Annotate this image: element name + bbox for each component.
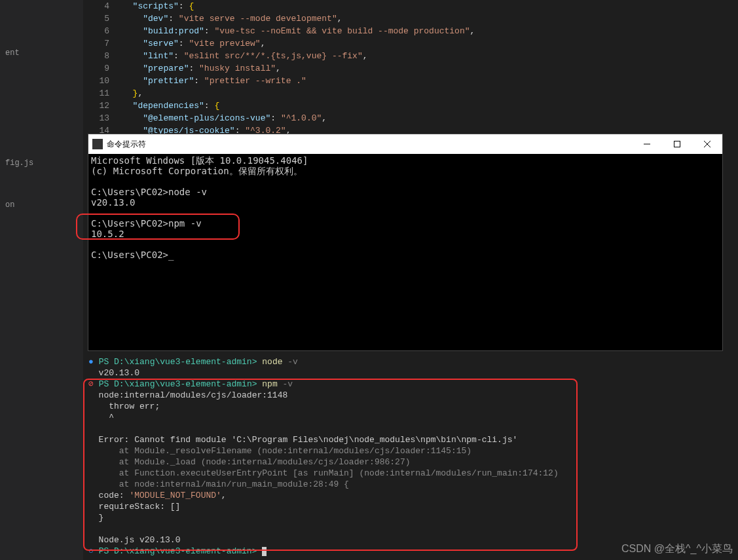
code-line: "@element-plus/icons-vue": "^1.0.0",: [122, 112, 738, 124]
stack-line: at Function.executeUserEntryPoint [as ru…: [99, 468, 559, 478]
code-line: "lint": "eslint src/**/*.{ts,js,vue} --f…: [122, 50, 738, 62]
stack-line: at node:internal/main/run_main_module:28…: [99, 479, 349, 489]
cmd-name: node: [262, 357, 282, 367]
cmd-arg: -v: [283, 379, 293, 389]
code-line: "dependencies": {: [122, 100, 738, 112]
code-line: "serve": "vite preview",: [122, 37, 738, 50]
code-line: "dev": "vite serve --mode development",: [122, 12, 738, 25]
maximize-button[interactable]: [662, 134, 692, 154]
terminal-output: ^: [99, 413, 114, 422]
terminal-output: v20.13.0: [99, 368, 139, 378]
terminal-prompt: PS D:\xiang\vue3-element-admin>: [99, 546, 257, 556]
cmd-line: (c) Microsoft Corporation。保留所有权利。: [91, 166, 720, 176]
status-dot-icon: ●: [88, 357, 94, 367]
terminal-output: throw err;: [99, 401, 160, 411]
error-head: Error:: [99, 435, 135, 445]
close-button[interactable]: [692, 134, 722, 154]
minimize-button[interactable]: [632, 134, 662, 154]
code-line: "scripts": {: [122, 0, 738, 12]
sidebar-item[interactable]: fig.js: [0, 157, 83, 169]
terminal-prompt: PS D:\xiang\vue3-element-admin>: [99, 379, 257, 389]
cmd-icon: [92, 139, 103, 149]
cmd-line: 10.5.2: [91, 229, 720, 239]
code-line: },: [122, 87, 738, 100]
cmd-line: C:\Users\PC02>node -v: [91, 187, 720, 197]
stack-line: at Module._resolveFilename (node:interna…: [99, 446, 472, 456]
terminal-output: node:internal/modules/cjs/loader:1148: [99, 390, 288, 400]
cmd-window[interactable]: 命令提示符 Microsoft Windows [版本 10.0.19045.4…: [88, 134, 723, 351]
code-line: "prepare": "husky install",: [122, 62, 738, 75]
node-version: Node.js v20.13.0: [99, 535, 181, 545]
code-line: "build:prod": "vue-tsc --noEmit && vite …: [122, 25, 738, 37]
file-tree-sidebar[interactable]: ent fig.js on: [0, 0, 83, 560]
cmd-title-text: 命令提示符: [107, 139, 632, 150]
sidebar-item[interactable]: on: [0, 199, 83, 211]
cmd-line: v20.13.0: [91, 197, 720, 208]
require-stack: requireStack: []: [88, 502, 180, 512]
terminal-panel[interactable]: ● PS D:\xiang\vue3-element-admin> node -…: [83, 354, 738, 560]
cmd-body[interactable]: Microsoft Windows [版本 10.0.19045.4046](c…: [88, 154, 722, 261]
sidebar-item[interactable]: ent: [0, 47, 83, 59]
cmd-name: npm: [262, 379, 277, 389]
close-brace: }: [88, 513, 103, 523]
cmd-title-bar[interactable]: 命令提示符: [88, 134, 722, 154]
cmd-line: Microsoft Windows [版本 10.0.19045.4046]: [91, 155, 720, 166]
cursor: [262, 547, 267, 556]
stack-line: at Module._load (node:internal/modules/c…: [99, 457, 411, 467]
watermark: CSDN @全栈^_^小菜鸟: [621, 542, 733, 556]
svg-rect-1: [674, 141, 680, 147]
error-code-value: 'MODULE_NOT_FOUND': [129, 491, 221, 500]
terminal-prompt: PS D:\xiang\vue3-element-admin>: [99, 357, 257, 367]
error-message: Cannot find module 'C:\Program Files\nod…: [134, 435, 517, 445]
cmd-line: C:\Users\PC02>_: [91, 250, 720, 260]
status-dot-icon: ○: [88, 546, 94, 556]
status-dot-icon: ⊘: [88, 379, 94, 389]
error-code-label: code:: [88, 491, 129, 500]
code-line: "prettier": "prettier --write .": [122, 75, 738, 87]
cmd-line: C:\Users\PC02>npm -v: [91, 218, 720, 229]
cmd-arg: -v: [287, 357, 298, 367]
